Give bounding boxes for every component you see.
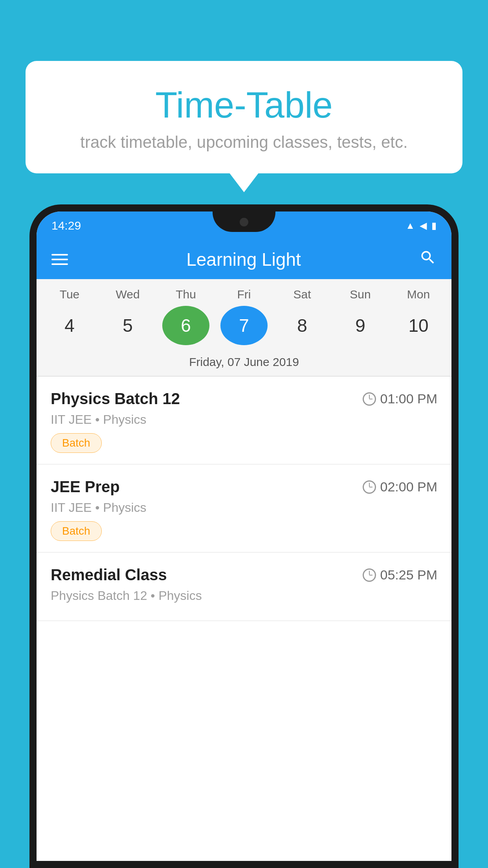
- battery-icon: ▮: [431, 220, 437, 231]
- schedule-item-1-sub: IIT JEE • Physics: [51, 500, 437, 515]
- schedule-item-0-sub: IIT JEE • Physics: [51, 412, 437, 427]
- phone-screen: 14:29 ▲ ◀ ▮ Learning Light: [37, 211, 451, 861]
- search-button[interactable]: [419, 249, 437, 270]
- calendar-header: Tue Wed Thu Fri Sat Sun Mon 4 5 6 7 8 9 …: [37, 279, 451, 376]
- schedule-item-2[interactable]: Remedial Class 05:25 PM Physics Batch 12…: [37, 553, 451, 621]
- signal-icon: ◀: [420, 220, 427, 231]
- camera: [240, 218, 248, 226]
- speech-bubble-container: Time-Table track timetable, upcoming cla…: [26, 61, 462, 173]
- day-label-mon: Mon: [395, 288, 442, 301]
- day-6-today[interactable]: 6: [162, 306, 209, 345]
- day-4[interactable]: 4: [46, 306, 93, 345]
- schedule-item-1-title: JEE Prep: [51, 478, 120, 496]
- schedule-item-2-sub: Physics Batch 12 • Physics: [51, 588, 437, 603]
- app-title: Learning Light: [186, 249, 301, 270]
- schedule-item-2-time: 05:25 PM: [363, 567, 437, 583]
- schedule-item-1[interactable]: JEE Prep 02:00 PM IIT JEE • Physics Batc…: [37, 465, 451, 553]
- day-10[interactable]: 10: [395, 306, 442, 345]
- schedule-item-2-time-text: 05:25 PM: [380, 567, 437, 583]
- schedule-item-1-time-text: 02:00 PM: [380, 479, 437, 495]
- schedule-item-0-badge: Batch: [51, 433, 102, 453]
- schedule-item-2-title: Remedial Class: [51, 566, 167, 584]
- status-time: 14:29: [51, 219, 81, 232]
- status-icons: ▲ ◀ ▮: [405, 220, 437, 231]
- schedule-item-1-badge: Batch: [51, 521, 102, 541]
- day-numbers: 4 5 6 7 8 9 10: [37, 306, 451, 345]
- day-8[interactable]: 8: [279, 306, 326, 345]
- schedule-item-2-header: Remedial Class 05:25 PM: [51, 566, 437, 584]
- notch: [213, 211, 275, 232]
- clock-icon-0: [363, 392, 376, 406]
- speech-bubble-subtitle: track timetable, upcoming classes, tests…: [49, 133, 439, 152]
- schedule-item-1-header: JEE Prep 02:00 PM: [51, 478, 437, 496]
- selected-date-label: Friday, 07 June 2019: [37, 351, 451, 376]
- day-label-wed: Wed: [104, 288, 151, 301]
- day-label-fri: Fri: [220, 288, 268, 301]
- speech-bubble: Time-Table track timetable, upcoming cla…: [26, 61, 462, 173]
- schedule-item-1-time: 02:00 PM: [363, 479, 437, 495]
- day-label-thu: Thu: [162, 288, 209, 301]
- schedule-item-0[interactable]: Physics Batch 12 01:00 PM IIT JEE • Phys…: [37, 377, 451, 465]
- wifi-icon: ▲: [405, 220, 415, 231]
- day-7-selected[interactable]: 7: [220, 306, 268, 345]
- clock-icon-1: [363, 480, 376, 494]
- clock-icon-2: [363, 568, 376, 582]
- app-bar: Learning Light: [37, 240, 451, 279]
- day-labels: Tue Wed Thu Fri Sat Sun Mon: [37, 288, 451, 301]
- schedule-item-0-time: 01:00 PM: [363, 391, 437, 406]
- phone-container: 14:29 ▲ ◀ ▮ Learning Light: [29, 204, 459, 868]
- menu-button[interactable]: [51, 254, 68, 265]
- schedule-item-0-time-text: 01:00 PM: [380, 391, 437, 406]
- schedule-item-0-title: Physics Batch 12: [51, 390, 180, 408]
- schedule-list: Physics Batch 12 01:00 PM IIT JEE • Phys…: [37, 377, 451, 621]
- speech-bubble-title: Time-Table: [49, 85, 439, 126]
- day-5[interactable]: 5: [104, 306, 151, 345]
- day-label-sat: Sat: [279, 288, 326, 301]
- schedule-item-0-header: Physics Batch 12 01:00 PM: [51, 390, 437, 408]
- day-label-tue: Tue: [46, 288, 93, 301]
- phone-frame: 14:29 ▲ ◀ ▮ Learning Light: [29, 204, 459, 868]
- day-9[interactable]: 9: [337, 306, 384, 345]
- day-label-sun: Sun: [337, 288, 384, 301]
